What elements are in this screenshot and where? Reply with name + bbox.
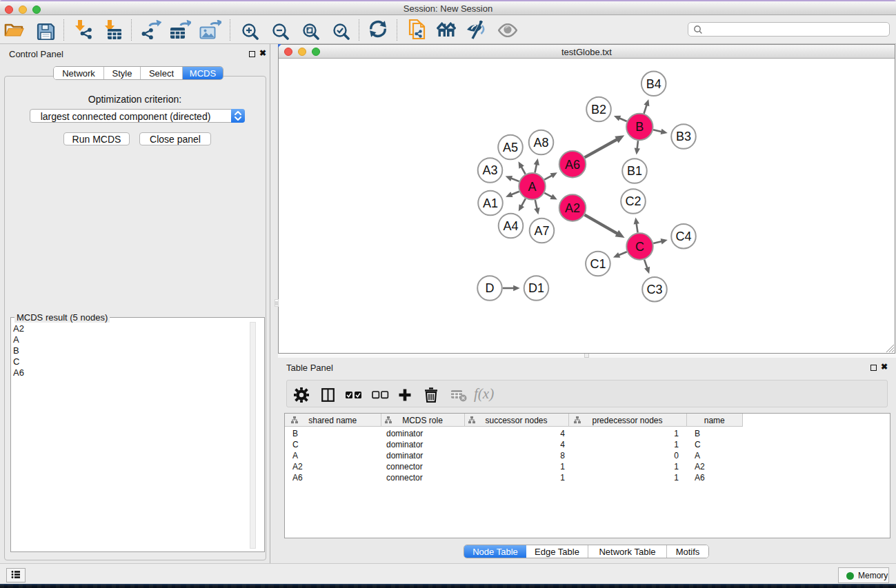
svg-text:A4: A4	[503, 219, 518, 233]
svg-text:B4: B4	[646, 77, 661, 91]
svg-text:A5: A5	[503, 141, 518, 154]
svg-text:D: D	[486, 281, 495, 295]
svg-text:C3: C3	[646, 283, 662, 296]
svg-text:C4: C4	[675, 230, 691, 243]
svg-text:A: A	[528, 180, 536, 194]
svg-text:B1: B1	[627, 164, 642, 178]
svg-text:D1: D1	[528, 281, 544, 295]
svg-text:A1: A1	[483, 196, 498, 210]
svg-text:A2: A2	[565, 201, 580, 215]
svg-text:B: B	[635, 120, 644, 134]
svg-text:C: C	[635, 240, 644, 254]
svg-text:B2: B2	[591, 103, 606, 116]
svg-text:C1: C1	[590, 257, 606, 271]
svg-text:C2: C2	[625, 194, 641, 208]
svg-text:B3: B3	[676, 130, 691, 143]
svg-text:A8: A8	[533, 136, 548, 150]
svg-text:A7: A7	[534, 224, 549, 238]
svg-text:A6: A6	[565, 158, 580, 172]
svg-text:A3: A3	[482, 163, 497, 177]
